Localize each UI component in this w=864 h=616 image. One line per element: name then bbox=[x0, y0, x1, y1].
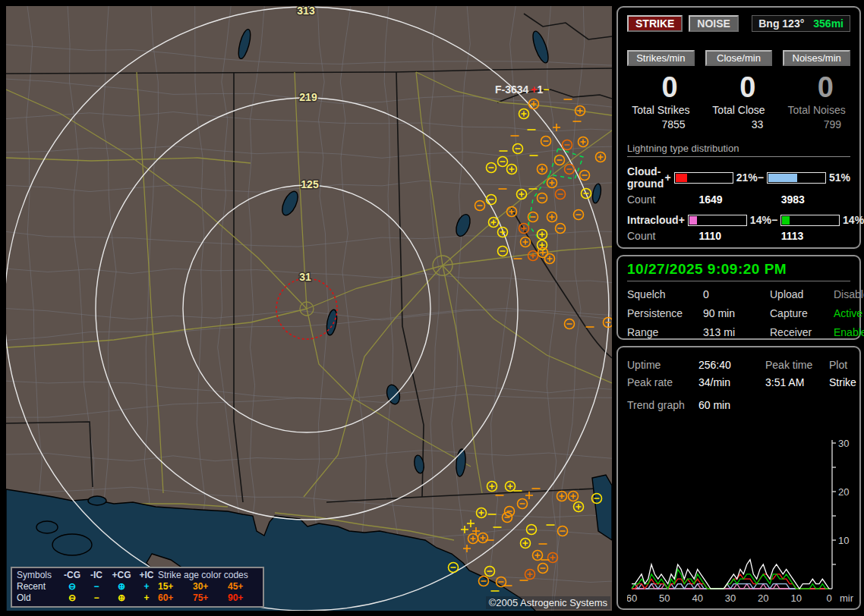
legend-row-recent: Recent bbox=[17, 581, 59, 592]
lake-pontchartrain bbox=[52, 534, 92, 555]
noises-per-min-chip: Noises/min bbox=[783, 50, 850, 66]
svg-text:30: 30 bbox=[838, 438, 849, 449]
cloud-ground-pos-count: 1649 bbox=[686, 193, 768, 206]
upload-label: Upload bbox=[770, 288, 834, 300]
bearing-distance-readout: Bng 123°356mi bbox=[752, 15, 850, 32]
legend-header-ic-pos: +IC bbox=[135, 570, 158, 581]
map-canvas: 313 219 125 31 F-3634+1− bbox=[6, 6, 612, 611]
distribution-title: Lightning type distribution bbox=[627, 143, 850, 157]
datetime-display: 10/27/2025 9:09:20 PM bbox=[627, 261, 850, 281]
app-root: { "header": { "strike_button": "STRIKE",… bbox=[0, 0, 864, 616]
receiver-label: Receiver bbox=[770, 326, 834, 338]
intracloud-label: Intracloud bbox=[627, 214, 679, 226]
count-label: Count bbox=[627, 193, 686, 206]
persistence-value: 90 min bbox=[703, 307, 770, 319]
minus-icon: − bbox=[85, 581, 108, 592]
total-noises-label: Total Noises bbox=[783, 104, 850, 116]
trend-series-red-cg-pos bbox=[632, 574, 829, 589]
cloud-ground-neg-bar bbox=[767, 172, 826, 184]
svg-text:10: 10 bbox=[838, 535, 849, 546]
total-close-label: Total Close bbox=[705, 104, 773, 116]
upload-status: Disabled bbox=[834, 288, 864, 300]
cloud-ground-label: Cloud-ground bbox=[627, 165, 665, 190]
svg-text:0: 0 bbox=[826, 592, 831, 604]
ring-label-31: 31 bbox=[299, 271, 311, 283]
strikes-per-min-chip: Strikes/min bbox=[627, 50, 695, 66]
uptime-value: 256:40 bbox=[698, 359, 765, 371]
receiver-status: Enabled bbox=[834, 326, 864, 338]
copyright-notice: ©2005 Astrogenic Systems bbox=[486, 596, 610, 609]
legend-row-old: Old bbox=[17, 592, 59, 604]
age-code-45: 45+ bbox=[228, 581, 258, 592]
lightning-map[interactable]: 313 219 125 31 F-3634+1− Symbols -CG -IC… bbox=[6, 6, 612, 611]
uptime-label: Uptime bbox=[627, 359, 698, 371]
legend-header-symbols: Symbols bbox=[17, 570, 59, 581]
total-close-value: 33 bbox=[705, 118, 773, 130]
peak-time-value: 3:51 AM bbox=[765, 376, 829, 388]
range-value: 313 mi bbox=[703, 326, 770, 338]
minus-icon: − bbox=[85, 592, 108, 604]
circle-minus-icon: ⊖ bbox=[59, 581, 85, 592]
cloud-ground-pos-bar bbox=[674, 172, 733, 184]
trend-graph-label: Trend graph bbox=[627, 399, 698, 411]
strike-counter-panel: STRIKE NOISE Bng 123°356mi Strikes/min C… bbox=[616, 6, 861, 249]
total-noises-value: 799 bbox=[783, 118, 850, 130]
noises-per-min-value: 0 bbox=[783, 72, 850, 102]
peak-rate-value: 34/min bbox=[698, 376, 765, 388]
intracloud-pos-pct: 14% bbox=[750, 214, 771, 226]
squelch-label: Squelch bbox=[627, 288, 703, 300]
svg-text:10: 10 bbox=[790, 592, 801, 604]
close-per-min-chip: Close/min bbox=[705, 50, 773, 66]
count-label: Count bbox=[627, 230, 686, 242]
svg-text:40: 40 bbox=[692, 592, 702, 604]
bearing-value: Bng 123° bbox=[758, 17, 804, 30]
cloud-ground-neg-count: 3983 bbox=[768, 193, 850, 206]
minus-sign: − bbox=[758, 171, 764, 184]
legend-header-cg-pos: +CG bbox=[108, 570, 135, 581]
ring-label-125: 125 bbox=[301, 178, 319, 190]
strikes-per-min-value: 0 bbox=[627, 72, 695, 102]
circle-plus-icon: ⊕ bbox=[108, 592, 135, 604]
circle-minus-icon: ⊖ bbox=[59, 592, 85, 604]
trend-graph-value: 60 min bbox=[698, 399, 765, 411]
svg-text:min: min bbox=[840, 592, 853, 604]
minus-sign: − bbox=[771, 214, 777, 226]
range-label: Range bbox=[627, 326, 703, 338]
close-per-min-value: 0 bbox=[705, 72, 773, 102]
trend-panel: Uptime 256:40 Peak time Plot Peak rate 3… bbox=[616, 346, 861, 610]
circle-plus-icon: ⊕ bbox=[108, 581, 135, 592]
age-code-60: 60+ bbox=[158, 592, 193, 604]
plot-label: Plot bbox=[829, 359, 850, 371]
legend-header-ic-neg: -IC bbox=[85, 570, 108, 581]
svg-text:20: 20 bbox=[758, 592, 768, 604]
total-strikes-value: 7855 bbox=[627, 118, 695, 130]
squelch-value: 0 bbox=[703, 288, 770, 300]
noise-mode-button[interactable]: NOISE bbox=[689, 15, 739, 32]
age-code-30: 30+ bbox=[193, 581, 228, 592]
peak-time-label: Peak time bbox=[765, 359, 829, 371]
storm-cell-label: F-3634+1− bbox=[495, 83, 550, 96]
svg-text:20: 20 bbox=[838, 486, 849, 498]
ring-label-313: 313 bbox=[297, 6, 315, 17]
status-panel: 10/27/2025 9:09:20 PM Squelch 0 Upload D… bbox=[616, 255, 861, 340]
legend-header-age-codes: Strike age color codes bbox=[158, 570, 258, 581]
age-code-75: 75+ bbox=[193, 592, 228, 604]
age-code-90: 90+ bbox=[228, 592, 258, 604]
svg-text:30: 30 bbox=[725, 592, 736, 604]
plot-value: Strike bbox=[829, 376, 856, 388]
ring-label-219: 219 bbox=[299, 91, 317, 103]
total-strikes-label: Total Strikes bbox=[627, 104, 695, 116]
symbols-legend: Symbols -CG -IC +CG +IC Strike age color… bbox=[11, 567, 264, 608]
capture-status: Active bbox=[834, 307, 862, 319]
intracloud-pos-bar bbox=[688, 215, 747, 226]
cloud-ground-neg-pct: 51% bbox=[829, 171, 850, 184]
persistence-label: Persistence bbox=[627, 307, 703, 319]
svg-text:50: 50 bbox=[659, 592, 670, 604]
plus-sign: + bbox=[665, 171, 671, 184]
legend-header-cg-neg: -CG bbox=[59, 570, 85, 581]
plus-icon: + bbox=[135, 581, 158, 592]
strike-mode-button[interactable]: STRIKE bbox=[627, 15, 683, 32]
peak-rate-label: Peak rate bbox=[627, 376, 698, 388]
svg-text:60: 60 bbox=[627, 592, 637, 604]
trend-graph-chart: 1020306050403020100min bbox=[627, 416, 853, 607]
